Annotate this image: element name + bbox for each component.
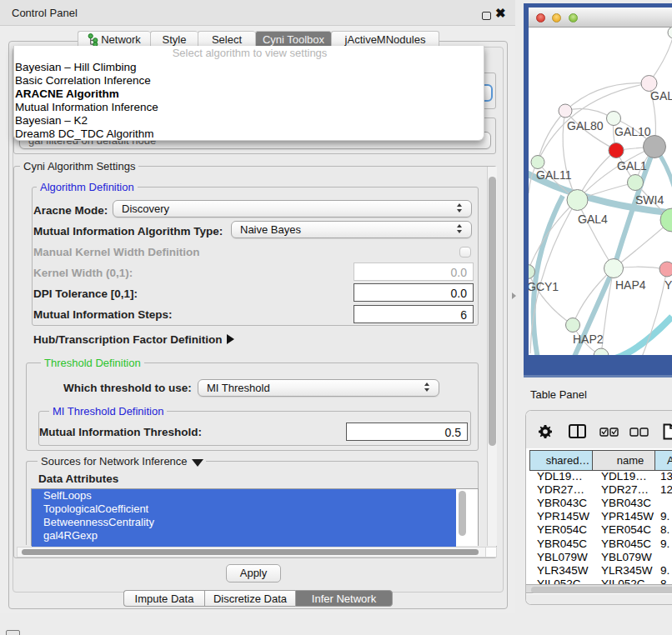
svg-text:GAL80: GAL80: [567, 119, 604, 132]
svg-text:GAL4: GAL4: [578, 212, 608, 226]
svg-text:YJ: YJ: [664, 278, 672, 292]
svg-text:GAL1: GAL1: [617, 159, 647, 172]
svg-text:HAP2: HAP2: [573, 332, 604, 346]
svg-text:GCY1: GCY1: [529, 280, 559, 293]
svg-text:GAL2: GAL2: [650, 89, 672, 102]
svg-text:GAL11: GAL11: [536, 168, 572, 182]
svg-text:SWI4: SWI4: [635, 193, 664, 207]
svg-text:HAP4: HAP4: [615, 278, 646, 292]
svg-text:GAL10: GAL10: [614, 125, 651, 138]
